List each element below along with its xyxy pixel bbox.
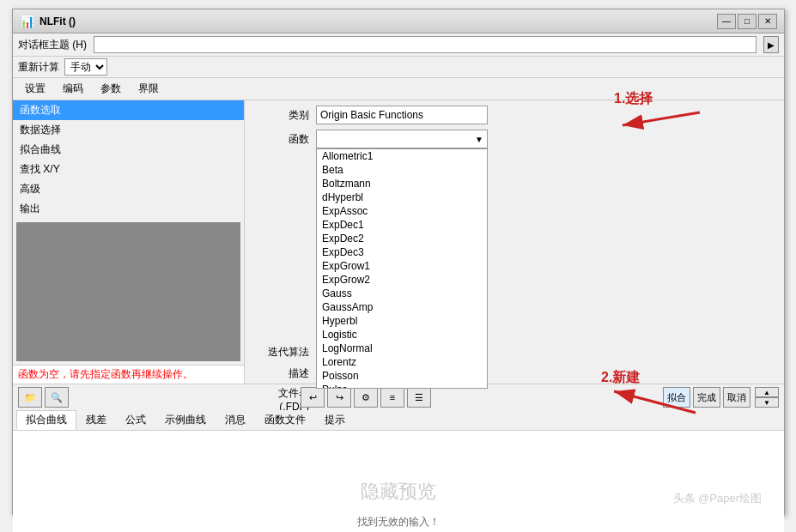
function-dropdown-wrapper: ▼ Allometric1 Beta Boltzmann dHyperbl Ex… xyxy=(316,130,488,148)
dropdown-item-boltzmann[interactable]: Boltzmann xyxy=(317,177,487,190)
iter-label: 迭代算法 xyxy=(253,345,309,360)
dropdown-item-expdec3[interactable]: ExpDec3 xyxy=(317,245,487,259)
list-item-fit-curve[interactable]: 拟合曲线 xyxy=(13,140,244,160)
tab-residuals[interactable]: 残差 xyxy=(76,410,116,430)
main-area: 函数选取 数据选择 拟合曲线 查找 X/Y 高级 输出 函数为空，请先指定函数再… xyxy=(13,100,784,384)
dropdown-item-lognormal[interactable]: LogNormal xyxy=(317,342,487,355)
tab-example-curve[interactable]: 示例曲线 xyxy=(155,410,216,430)
dropdown-item-expdec2[interactable]: ExpDec2 xyxy=(317,232,487,245)
toolbar-folder-btn[interactable]: 📁 xyxy=(18,387,42,408)
right-panel: 类别 Origin Basic Functions 函数 ▼ xyxy=(245,100,784,384)
maximize-button[interactable]: □ xyxy=(738,14,757,29)
toolbar-icon2[interactable]: ↪ xyxy=(327,387,351,408)
menu-bar: 设置 编码 参数 界限 xyxy=(13,78,784,100)
tab-messages[interactable]: 消息 xyxy=(216,410,255,430)
category-input[interactable]: Origin Basic Functions xyxy=(316,106,488,124)
minimize-button[interactable]: — xyxy=(717,14,736,29)
preview-title: 隐藏预览 xyxy=(342,479,455,505)
menu-settings[interactable]: 设置 xyxy=(16,80,54,98)
dropdown-item-expgrow1[interactable]: ExpGrow1 xyxy=(317,259,487,273)
cancel-button[interactable]: 取消 xyxy=(723,387,750,408)
category-label: 类别 xyxy=(253,108,309,123)
dropdown-item-expdec1[interactable]: ExpDec1 xyxy=(317,218,487,232)
dropdown-item-hyperbl[interactable]: Hyperbl xyxy=(317,314,487,328)
recalc-row: 重新计算 手动 自动 xyxy=(13,57,784,78)
titlebar-left: 📊 NLFit () xyxy=(20,15,76,28)
dropdown-item-expassoc[interactable]: ExpAssoc xyxy=(317,204,487,218)
list-item-advanced[interactable]: 高级 xyxy=(13,179,244,199)
bottom-panel: 隐藏预览 找到无效的输入！ 请更正以继续进行拟合。 xyxy=(13,431,784,532)
dropdown-item-poisson[interactable]: Poisson xyxy=(317,369,487,383)
function-select[interactable]: ▼ xyxy=(316,130,488,148)
tab-fit-curve[interactable]: 拟合曲线 xyxy=(16,410,76,430)
left-preview-box xyxy=(16,222,240,361)
toolbar-icon1[interactable]: ↩ xyxy=(301,387,325,408)
dropdown-item-logistic[interactable]: Logistic xyxy=(317,328,487,342)
bottom-section: 拟合曲线 残差 公式 示例曲线 消息 函数文件 提示 隐藏预览 找到无效的输入！… xyxy=(13,410,784,532)
function-dropdown-list: Allometric1 Beta Boltzmann dHyperbl ExpA… xyxy=(316,148,488,389)
dropdown-item-gauss[interactable]: Gauss xyxy=(317,287,487,300)
dropdown-item-pulse[interactable]: Pulse xyxy=(317,383,487,389)
tab-formula[interactable]: 公式 xyxy=(116,410,155,430)
bottom-tabs: 拟合曲线 残差 公式 示例曲线 消息 函数文件 提示 xyxy=(13,410,784,431)
titlebar-buttons: — □ ✕ xyxy=(717,14,777,29)
list-item-find-xy[interactable]: 查找 X/Y xyxy=(13,160,244,179)
fit-button[interactable]: 拟合 xyxy=(663,387,690,408)
app-icon: 📊 xyxy=(20,15,34,28)
toolbar-search-btn[interactable]: 🔍 xyxy=(45,387,69,408)
scroll-up-btn[interactable]: ▲ xyxy=(755,387,779,397)
close-button[interactable]: ✕ xyxy=(758,14,777,29)
tab-hint[interactable]: 提示 xyxy=(315,410,355,430)
list-item-data-select[interactable]: 数据选择 xyxy=(13,120,244,140)
left-panel: 函数选取 数据选择 拟合曲线 查找 X/Y 高级 输出 函数为空，请先指定函数再… xyxy=(13,100,245,384)
scroll-down-btn[interactable]: ▼ xyxy=(755,397,779,408)
preview-line1: 找到无效的输入！ xyxy=(342,513,455,532)
menu-params[interactable]: 参数 xyxy=(92,80,130,98)
dialog-theme-label: 对话框主题 (H) xyxy=(18,38,87,52)
toolbar-icon5[interactable]: ☰ xyxy=(407,387,431,408)
main-window: 📊 NLFit () — □ ✕ 对话框主题 (H) ▶ 重新计算 手动 自动 … xyxy=(12,9,785,515)
titlebar: 📊 NLFit () — □ ✕ xyxy=(13,9,784,33)
window-title: NLFit () xyxy=(39,15,76,27)
left-list: 函数选取 数据选择 拟合曲线 查找 X/Y 高级 输出 xyxy=(13,100,244,219)
toolbar-icon3[interactable]: ⚙ xyxy=(354,387,378,408)
dropdown-item-beta[interactable]: Beta xyxy=(317,163,487,177)
done-button[interactable]: 完成 xyxy=(693,387,720,408)
preview-text: 隐藏预览 找到无效的输入！ 请更正以继续进行拟合。 xyxy=(342,479,455,532)
list-item-output[interactable]: 输出 xyxy=(13,199,244,219)
tab-func-file[interactable]: 函数文件 xyxy=(255,410,315,430)
dialog-theme-input[interactable] xyxy=(94,36,757,53)
dropdown-item-allometric1[interactable]: Allometric1 xyxy=(317,149,487,163)
dialog-theme-row: 对话框主题 (H) ▶ xyxy=(13,33,784,57)
desc-label: 描述 xyxy=(253,366,309,381)
dropdown-arrow-icon: ▼ xyxy=(475,135,483,144)
menu-limits[interactable]: 界限 xyxy=(130,80,167,98)
function-row: 函数 ▼ Allometric1 Beta Boltzmann dHyperbl… xyxy=(253,130,775,148)
dropdown-item-expgrow2[interactable]: ExpGrow2 xyxy=(317,273,487,287)
category-row: 类别 Origin Basic Functions xyxy=(253,106,775,124)
dropdown-item-lorentz[interactable]: Lorentz xyxy=(317,355,487,369)
toolbar-icon4[interactable]: ≡ xyxy=(380,387,404,408)
menu-code[interactable]: 编码 xyxy=(54,80,92,98)
error-bar: 函数为空，请先指定函数再继续操作。 xyxy=(13,365,244,384)
category-value: Origin Basic Functions xyxy=(320,109,423,121)
dialog-theme-arrow[interactable]: ▶ xyxy=(763,36,779,53)
dropdown-item-gaussamp[interactable]: GaussAmp xyxy=(317,300,487,314)
recalc-label: 重新计算 xyxy=(18,60,59,75)
function-label: 函数 xyxy=(253,132,309,147)
dropdown-item-dhyperbl[interactable]: dHyperbl xyxy=(317,190,487,204)
list-item-func-select[interactable]: 函数选取 xyxy=(13,100,244,120)
recalc-select[interactable]: 手动 自动 xyxy=(64,58,107,76)
